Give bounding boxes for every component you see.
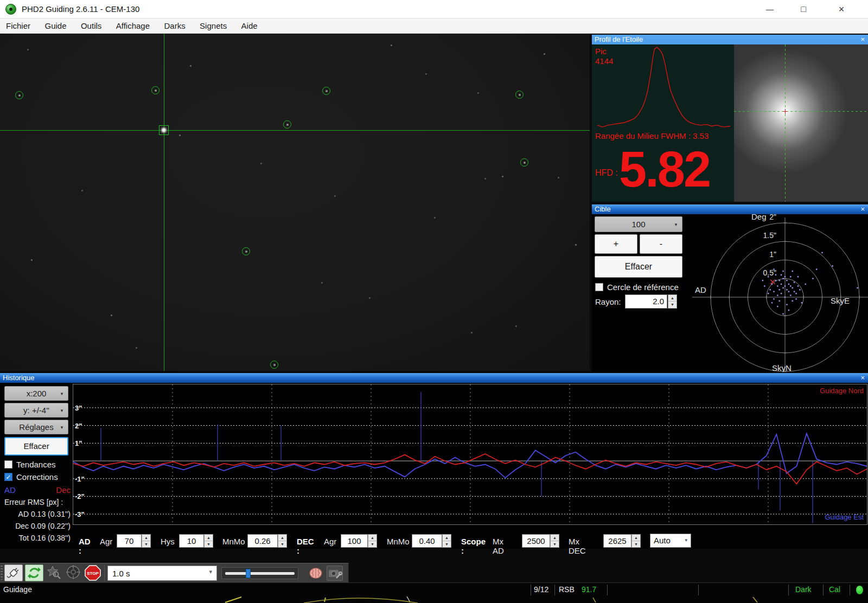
target-zoom-dropdown[interactable]: 100 ▼	[595, 216, 682, 232]
scatter-point	[857, 287, 858, 288]
loop-exposures-button[interactable]	[25, 564, 43, 581]
faint-star	[502, 176, 503, 177]
radius-spinner[interactable]: ▲▼	[668, 294, 677, 309]
scatter-point	[768, 293, 769, 294]
faint-star	[544, 53, 545, 55]
loop-arrows-icon	[25, 565, 43, 581]
history-settings-dropdown[interactable]: Réglages▼	[4, 420, 68, 434]
guide-button[interactable]	[64, 564, 82, 581]
crosshair-vertical-line	[164, 34, 164, 371]
slider-handle[interactable]	[246, 569, 251, 578]
ad-aggression-spinner[interactable]: ▲▼	[142, 534, 151, 548]
scatter-point	[795, 298, 796, 299]
scatter-point	[775, 274, 776, 275]
max-ad-spinner[interactable]: ▲▼	[550, 534, 559, 548]
faint-star	[434, 217, 436, 219]
maximize-button[interactable]: □	[791, 0, 816, 18]
dec-aggression-spinner[interactable]: ▲▼	[368, 534, 377, 548]
ad-minmove-input[interactable]: 0.26	[247, 534, 278, 548]
stop-button[interactable]: STOP	[84, 564, 102, 581]
scatter-point	[773, 268, 774, 270]
menu-signets[interactable]: Signets	[194, 18, 233, 33]
scatter-point	[786, 304, 787, 305]
close-button[interactable]: ×	[829, 0, 854, 18]
scatter-point	[781, 293, 782, 294]
reference-circle-checkbox[interactable]	[595, 283, 603, 291]
legend-guidage-nord: Guidage Nord	[820, 387, 864, 395]
brain-icon	[307, 565, 324, 581]
menu-affichage[interactable]: Affichage	[110, 18, 156, 33]
target-panel: 0.5"1"1.5"2"DegADSkyESkyN 100 ▼ + - Effa…	[592, 214, 868, 372]
ad-minmove-label: MnMo	[222, 537, 245, 546]
connect-equipment-button[interactable]	[4, 564, 23, 581]
status-snr-label: RSB	[559, 585, 575, 594]
gamma-slider[interactable]	[221, 567, 298, 579]
dec-minmove-input[interactable]: 0.40	[412, 534, 442, 548]
hfd-label: HFD :	[595, 168, 618, 178]
target-clear-button[interactable]: Effacer	[595, 256, 682, 278]
menu-fichier[interactable]: Fichier	[0, 18, 36, 33]
star-field-image[interactable]	[0, 34, 590, 371]
max-dec-input[interactable]: 2625	[603, 534, 631, 548]
ad-params-label: AD :	[79, 537, 91, 555]
guide-star	[160, 126, 168, 134]
history-clear-button[interactable]: Effacer	[4, 437, 68, 456]
menu-outils[interactable]: Outils	[75, 18, 107, 33]
hysteresis-spinner[interactable]: ▲▼	[204, 534, 213, 548]
selected-star-ring	[283, 120, 291, 129]
scatter-point	[792, 300, 793, 302]
brain-settings-button[interactable]	[307, 565, 324, 581]
rms-title: Erreur RMS [px] :	[4, 498, 63, 506]
selected-star-ring	[151, 86, 159, 94]
faint-star	[575, 244, 577, 246]
background-strip	[0, 596, 868, 603]
dec-aggression-input[interactable]: 100	[341, 534, 368, 548]
history-xscale-dropdown[interactable]: x:200▼	[4, 386, 68, 401]
star-profile-close-icon[interactable]: ×	[860, 35, 865, 44]
target-zoom-out-button[interactable]: -	[640, 234, 682, 254]
ad-minmove-spinner[interactable]: ▲▼	[278, 534, 287, 548]
hysteresis-input[interactable]: 10	[179, 534, 204, 548]
faint-star	[471, 332, 473, 333]
slider-track[interactable]	[225, 572, 295, 575]
hysteresis-label: Hys	[161, 537, 175, 546]
scatter-point	[790, 276, 791, 277]
max-ad-input[interactable]: 2500	[522, 534, 550, 548]
scatter-point	[781, 274, 782, 275]
camera-settings-button[interactable]	[327, 566, 343, 581]
status-state: Guidage	[3, 585, 32, 594]
select-arrow-icon: ▾	[209, 568, 212, 575]
selected-star-ring	[322, 87, 330, 95]
history-panel-titlebar: Historique ×	[0, 373, 868, 383]
faint-star	[558, 177, 559, 178]
menu-darks[interactable]: Darks	[158, 18, 191, 33]
dec-minmove-spinner[interactable]: ▲▼	[442, 534, 451, 548]
target-close-icon[interactable]: ×	[860, 204, 865, 214]
dec-aggression-label: Agr	[324, 537, 336, 546]
scatter-point	[799, 289, 800, 290]
radius-input[interactable]: 2.0	[625, 294, 667, 309]
rms-dec-value: Dec 0.09 (0.22'')	[0, 522, 71, 530]
dropdown-arrow-icon: ▼	[60, 387, 64, 400]
scatter-point	[782, 287, 783, 288]
dec-guide-mode-select[interactable]: Auto ▾	[650, 534, 691, 548]
history-yscale-dropdown[interactable]: y: +/-4''▼	[4, 403, 68, 418]
max-dec-spinner[interactable]: ▲▼	[631, 534, 641, 548]
corrections-checkbox[interactable]: ✓	[4, 473, 12, 481]
scatter-point	[779, 300, 780, 302]
ad-aggression-input[interactable]: 70	[117, 534, 142, 548]
max-ad-label: Mx AD	[493, 537, 504, 555]
target-zoom-in-button[interactable]: +	[595, 234, 637, 254]
window-title: PHD2 Guiding 2.6.11 - CEM-130	[22, 4, 139, 14]
dropdown-arrow-icon: ▼	[60, 420, 64, 434]
history-close-icon[interactable]: ×	[860, 373, 865, 383]
menu-aide[interactable]: Aide	[235, 18, 264, 33]
exposure-select[interactable]: 1.0 s ▾	[107, 566, 217, 581]
minimize-button[interactable]: —	[757, 0, 782, 18]
scatter-point	[784, 285, 786, 286]
trend-checkbox[interactable]	[4, 460, 12, 469]
auto-select-star-button[interactable]	[46, 564, 62, 581]
toolbar-grip[interactable]	[1, 566, 3, 580]
menu-guide[interactable]: Guide	[39, 18, 72, 33]
star-profile-title: Profil de l'Etoile	[595, 35, 643, 43]
